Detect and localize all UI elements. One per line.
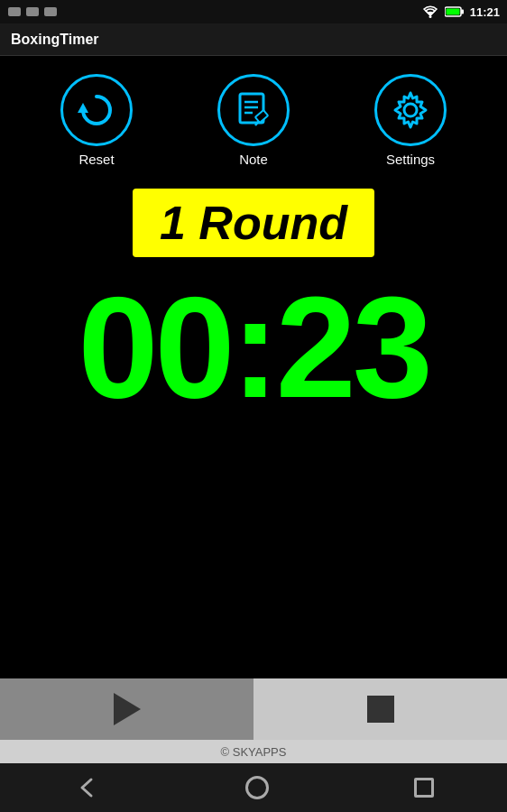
settings-button[interactable]: Settings: [374, 74, 447, 167]
reset-button[interactable]: Reset: [60, 74, 133, 167]
settings-icon: [390, 89, 431, 131]
status-bar-left: [7, 5, 58, 18]
status-time: 11:21: [470, 5, 500, 19]
note-button[interactable]: Note: [217, 74, 290, 167]
reset-icon: [76, 89, 117, 131]
note-label: Note: [239, 152, 268, 167]
svg-rect-1: [26, 7, 39, 16]
status-bar: 11:21: [0, 0, 507, 23]
control-bar: [0, 678, 507, 740]
svg-rect-6: [446, 9, 459, 15]
home-button[interactable]: [245, 776, 269, 799]
back-button[interactable]: [73, 774, 100, 801]
reset-label: Reset: [78, 152, 114, 167]
svg-rect-12: [255, 110, 268, 123]
timer-display: 00:23: [78, 275, 429, 420]
app-bar: BoxingTimer: [0, 23, 507, 56]
status-bar-right: 11:21: [421, 5, 500, 19]
svg-rect-0: [8, 7, 21, 16]
home-icon: [245, 776, 269, 799]
stop-button[interactable]: [254, 678, 507, 740]
svg-rect-5: [461, 10, 464, 14]
svg-rect-2: [44, 7, 57, 16]
wifi-icon: [421, 5, 439, 18]
toolbar: Reset Note: [0, 60, 507, 181]
back-icon: [73, 774, 100, 801]
svg-marker-7: [78, 103, 88, 113]
recents-button[interactable]: [414, 778, 434, 798]
note-circle: [217, 74, 290, 146]
app-title: BoxingTimer: [11, 32, 99, 48]
svg-point-3: [429, 15, 431, 18]
settings-circle: [374, 74, 447, 146]
round-text: 1 Round: [160, 197, 347, 249]
battery-icon: [445, 5, 465, 18]
notification-icon-3: [43, 5, 58, 18]
round-display: 1 Round: [133, 189, 374, 257]
notification-icon-2: [25, 5, 40, 18]
main-content: Reset Note: [0, 56, 507, 429]
recents-icon: [414, 778, 434, 798]
settings-label: Settings: [386, 152, 435, 167]
copyright-bar: © SKYAPPS: [0, 740, 507, 763]
reset-circle: [60, 74, 133, 146]
note-icon: [233, 89, 274, 131]
play-icon: [114, 693, 141, 725]
notification-icon: [7, 5, 22, 18]
play-button[interactable]: [0, 678, 254, 740]
nav-bar: [0, 763, 507, 812]
copyright-text: © SKYAPPS: [221, 745, 287, 759]
svg-point-14: [404, 104, 417, 116]
stop-icon: [367, 696, 394, 723]
